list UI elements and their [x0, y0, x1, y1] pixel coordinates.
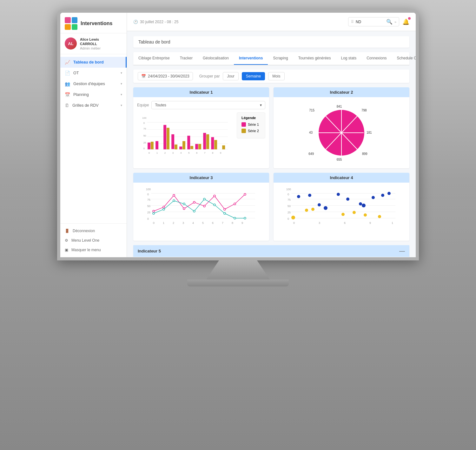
- period-mois-button[interactable]: Mois: [268, 72, 284, 80]
- svg-text:3: 3: [319, 221, 320, 225]
- svg-point-83: [193, 210, 195, 212]
- main-nav: 📈 Tableau de bord 📄 OT ▾ 👥 Gestion d'équ…: [60, 54, 127, 223]
- scatter-chart-svg: 100 0 75 50 25 0: [277, 186, 406, 236]
- line-chart-svg: 100 0 75 50 25 0: [137, 186, 265, 236]
- period-semaine-button[interactable]: Semaine: [242, 72, 265, 80]
- logo-icon: [65, 17, 77, 30]
- search-bar[interactable]: ⠿ 🔍 »: [348, 17, 399, 26]
- logout-icon: 🚪: [65, 229, 69, 233]
- svg-text:5: 5: [188, 151, 190, 154]
- svg-point-82: [183, 203, 185, 205]
- svg-rect-17: [195, 144, 198, 149]
- notification-bell[interactable]: 🔔: [402, 18, 409, 25]
- tab-connexions[interactable]: Connexions: [361, 52, 392, 65]
- bell-icon: 🔔: [402, 19, 409, 25]
- monitor-stand: [206, 260, 270, 279]
- bar-chart-area: 100 0 75 50 25 0: [137, 112, 234, 163]
- tab-tracker[interactable]: Tracker: [175, 52, 198, 65]
- svg-text:2: 2: [173, 221, 174, 225]
- sidebar: Interventions AL Alice Lewis CARROLL Adm…: [60, 13, 127, 257]
- svg-text:75: 75: [147, 198, 150, 201]
- period-jour-button[interactable]: Jour: [223, 72, 238, 80]
- svg-text:655: 655: [337, 158, 342, 161]
- search-icon[interactable]: 🔍: [386, 19, 393, 25]
- svg-point-122: [305, 209, 308, 212]
- chevron-down-icon: ▾: [121, 82, 122, 85]
- indicateur3-title: Indicateur 3: [133, 173, 269, 183]
- legend-serie1: Série 1: [241, 122, 261, 127]
- tab-geolocalisation[interactable]: Géolocalisation: [198, 52, 234, 65]
- svg-point-81: [173, 200, 175, 202]
- clock-icon: 🕐: [133, 20, 138, 24]
- svg-rect-13: [163, 125, 166, 149]
- svg-point-124: [341, 213, 345, 216]
- sidebar-item-label: Grilles de RDV: [72, 103, 99, 108]
- sidebar-item-tableau-de-bord[interactable]: 📈 Tableau de bord: [60, 57, 127, 68]
- expand-icon[interactable]: »: [394, 20, 396, 24]
- app-title: Interventions: [81, 21, 112, 26]
- svg-rect-30: [222, 145, 225, 150]
- svg-point-121: [291, 216, 295, 219]
- svg-text:3: 3: [182, 221, 184, 225]
- tab-schedule[interactable]: Schedule Comparison: [392, 52, 416, 65]
- sidebar-item-grilles-rdv[interactable]: 🗓 Grilles de RDV ▾: [60, 100, 127, 111]
- indicateur1-body: Equipe Toutes ▾: [133, 97, 269, 167]
- chevron-down-icon: ▾: [121, 104, 122, 107]
- svg-point-123: [311, 208, 314, 211]
- svg-text:8: 8: [232, 221, 233, 225]
- team-icon: 👥: [65, 81, 70, 86]
- svg-point-75: [214, 195, 215, 197]
- serie1-label: Série 1: [248, 123, 259, 126]
- equipe-select[interactable]: Toutes ▾: [151, 101, 265, 109]
- svg-point-126: [364, 213, 367, 217]
- svg-point-119: [381, 194, 384, 197]
- svg-rect-18: [203, 133, 206, 149]
- svg-text:6: 6: [212, 221, 214, 225]
- tab-interventions[interactable]: Interventions: [234, 52, 268, 65]
- svg-text:0: 0: [143, 122, 145, 124]
- svg-point-111: [308, 194, 311, 197]
- tab-logstats[interactable]: Log stats: [336, 52, 362, 65]
- tab-tournees[interactable]: Tournées générées: [293, 52, 336, 65]
- indicateur1-title: Indicateur 1: [133, 87, 269, 97]
- tab-scraping[interactable]: Scraping: [268, 52, 293, 65]
- menu-level-one-button[interactable]: ⚙ Menu Level One: [60, 236, 127, 245]
- svg-rect-26: [190, 146, 193, 149]
- svg-text:50: 50: [147, 205, 150, 208]
- indicateur4-title: Indicateur 4: [274, 173, 409, 183]
- doc-icon: 📄: [65, 71, 70, 76]
- sidebar-item-label: Tableau de bord: [73, 60, 104, 64]
- search-input[interactable]: [356, 20, 384, 24]
- svg-point-113: [324, 206, 327, 210]
- indicateur1-card: Indicateur 1 Equipe Toutes ▾: [133, 87, 269, 168]
- sidebar-item-gestion-equipes[interactable]: 👥 Gestion d'équipes ▾: [60, 78, 127, 89]
- sidebar-item-planning[interactable]: 📅 Planning ▾: [60, 89, 127, 100]
- svg-point-79: [153, 212, 155, 214]
- svg-text:25: 25: [288, 211, 291, 214]
- dropdown-icon: ▾: [260, 103, 262, 107]
- svg-text:1: 1: [392, 221, 393, 225]
- svg-text:25: 25: [143, 141, 146, 144]
- svg-text:9: 9: [369, 221, 371, 225]
- sidebar-item-ot[interactable]: 📄 OT ▾: [60, 68, 127, 78]
- tab-ciblage[interactable]: Ciblage Entreprise: [133, 52, 175, 65]
- indicateur2-card: Indicateur 2: [274, 87, 409, 168]
- bar-chart-svg: 100 0 75 50 25 0: [137, 112, 234, 166]
- collapse-button[interactable]: —: [399, 248, 405, 254]
- notification-badge: [408, 17, 411, 20]
- svg-text:7: 7: [204, 151, 206, 154]
- svg-point-84: [203, 198, 205, 200]
- grid-icon: 🗓: [65, 103, 69, 108]
- svg-point-86: [224, 212, 226, 214]
- svg-text:0: 0: [288, 193, 289, 196]
- equipe-label: Equipe: [137, 103, 149, 107]
- svg-point-77: [234, 203, 236, 205]
- svg-text:4: 4: [180, 151, 182, 154]
- grouper-label: Grouper par: [199, 74, 220, 78]
- datetime-display: 🕐 30 juillet 2022 - 08 : 25: [133, 20, 178, 24]
- date-range-picker[interactable]: 📅 24/04/2023 - 30/04/2023: [138, 72, 193, 80]
- masquer-menu-button[interactable]: ▣ Masquer le menu: [60, 245, 127, 255]
- deconnexion-button[interactable]: 🚪 Déconnexion: [60, 226, 127, 236]
- svg-point-117: [362, 204, 366, 207]
- indicateur4-body: 100 0 75 50 25 0: [274, 183, 409, 241]
